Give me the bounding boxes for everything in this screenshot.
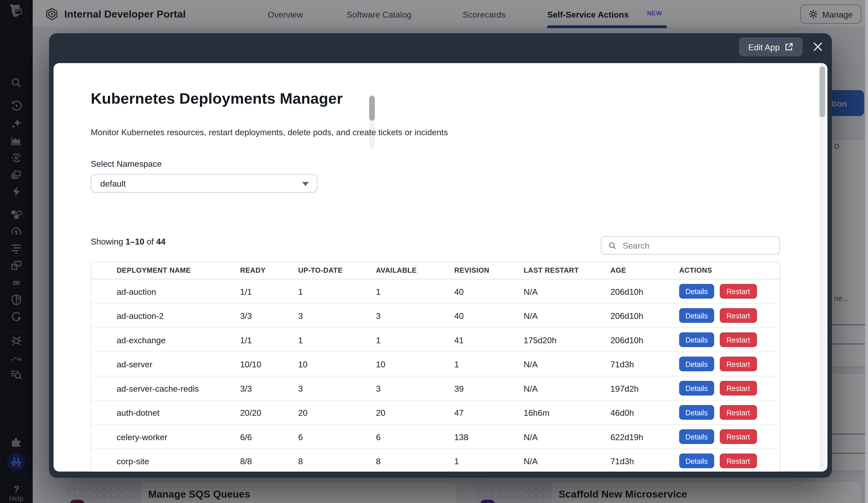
- namespace-value: default: [100, 179, 126, 188]
- cell-revision: 40: [454, 286, 524, 296]
- restart-button[interactable]: Restart: [720, 454, 757, 468]
- details-button[interactable]: Details: [679, 357, 714, 371]
- cell-deployment-name: ad-exchange: [117, 335, 240, 345]
- cell-revision: 40: [454, 311, 524, 321]
- cell-available: 1: [376, 286, 455, 296]
- cell-deployment-name: ad-auction: [117, 286, 240, 296]
- cell-age: 206d10h: [611, 286, 679, 296]
- cell-revision: 138: [454, 432, 524, 441]
- chevron-down-icon: [302, 182, 309, 186]
- cell-up-to-date: 6: [298, 432, 376, 441]
- cell-deployment-name: celery-worker: [117, 432, 240, 441]
- table-row: ad-auction-2 3/3 3 3 40 N/A 206d10h Deta…: [91, 304, 779, 328]
- cell-age: 206d10h: [611, 335, 679, 345]
- col-last-restart: LAST RESTART: [524, 266, 611, 274]
- cell-available: 3: [376, 383, 455, 393]
- cell-up-to-date: 1: [298, 335, 376, 345]
- cell-last-restart: N/A: [524, 432, 611, 441]
- restart-button[interactable]: Restart: [720, 429, 757, 444]
- cell-deployment-name: corp-site: [117, 456, 240, 466]
- cell-last-restart: N/A: [524, 456, 611, 466]
- cell-up-to-date: 10: [298, 359, 376, 369]
- cell-ready: 3/3: [240, 383, 298, 393]
- search-input[interactable]: [622, 240, 773, 251]
- col-up-to-date: UP-TO-DATE: [298, 266, 376, 274]
- details-button[interactable]: Details: [679, 454, 714, 468]
- cell-ready: 10/10: [240, 359, 298, 369]
- details-button[interactable]: Details: [679, 381, 714, 396]
- cell-ready: 6/6: [240, 432, 298, 441]
- cell-up-to-date: 3: [298, 311, 376, 321]
- close-button[interactable]: [811, 40, 825, 54]
- restart-button[interactable]: Restart: [720, 332, 757, 347]
- modal-subtitle: Monitor Kubernetes resources, restart de…: [91, 127, 448, 137]
- table-row: ad-server 10/10 10 10 1 N/A 71d3h Detail…: [91, 352, 779, 377]
- details-button[interactable]: Details: [679, 429, 714, 444]
- cell-actions: Details Restart: [679, 332, 779, 347]
- showing-total: 44: [156, 237, 165, 246]
- col-age: AGE: [611, 266, 679, 274]
- cell-revision: 1: [454, 359, 524, 369]
- cell-ready: 8/8: [240, 456, 298, 466]
- col-actions: ACTIONS: [679, 266, 779, 274]
- cell-actions: Details Restart: [679, 381, 779, 396]
- namespace-label: Select Namespace: [91, 159, 162, 169]
- page-scrollbar[interactable]: [865, 0, 868, 503]
- restart-button[interactable]: Restart: [720, 357, 757, 371]
- cell-ready: 1/1: [240, 286, 298, 296]
- cell-available: 1: [376, 335, 455, 345]
- table-row: ad-auction 1/1 1 1 40 N/A 206d10h Detail…: [91, 280, 779, 304]
- col-available: AVAILABLE: [376, 266, 455, 274]
- restart-button[interactable]: Restart: [720, 381, 757, 396]
- cell-deployment-name: ad-server: [117, 359, 240, 369]
- details-button[interactable]: Details: [679, 308, 714, 323]
- cell-ready: 1/1: [240, 335, 298, 345]
- col-deployment-name: DEPLOYMENT NAME: [117, 266, 240, 274]
- table-body: ad-auction 1/1 1 1 40 N/A 206d10h Detail…: [91, 280, 779, 472]
- modal-scrollbar-thumb[interactable]: [819, 66, 825, 117]
- table-row: celery-worker 6/6 6 6 138 N/A 622d19h De…: [91, 425, 779, 449]
- details-button[interactable]: Details: [679, 405, 714, 420]
- cell-available: 3: [376, 311, 455, 321]
- cell-age: 197d2h: [611, 383, 679, 393]
- inner-scrollbar-thumb[interactable]: [369, 96, 375, 120]
- restart-button[interactable]: Restart: [720, 308, 757, 323]
- search-box: [601, 236, 780, 255]
- table-row: auth-dotnet 20/20 20 20 47 16h6m 46d0h D…: [91, 401, 779, 425]
- details-button[interactable]: Details: [679, 284, 714, 298]
- cell-available: 20: [376, 408, 455, 417]
- cell-age: 206d10h: [611, 311, 679, 321]
- cell-available: 6: [376, 432, 455, 441]
- kubernetes-deployments-modal: Edit App Kubernetes Deployments Manager …: [49, 33, 832, 478]
- table-row: corp-site 8/8 8 8 1 N/A 71d3h Details Re…: [91, 449, 779, 472]
- cell-last-restart: N/A: [524, 359, 611, 369]
- cell-revision: 1: [454, 456, 524, 466]
- cell-age: 622d19h: [611, 432, 679, 441]
- edit-app-button[interactable]: Edit App: [739, 37, 803, 56]
- edit-app-label: Edit App: [748, 42, 780, 52]
- cell-up-to-date: 1: [298, 286, 376, 296]
- restart-button[interactable]: Restart: [720, 405, 757, 420]
- cell-last-restart: N/A: [524, 286, 611, 296]
- close-icon: [813, 42, 823, 52]
- search-icon: [608, 241, 617, 250]
- cell-last-restart: 175d20h: [524, 335, 611, 345]
- cell-revision: 47: [454, 408, 524, 417]
- cell-up-to-date: 20: [298, 408, 376, 417]
- namespace-select[interactable]: default: [91, 174, 318, 193]
- cell-last-restart: 16h6m: [524, 408, 611, 417]
- cell-up-to-date: 3: [298, 383, 376, 393]
- cell-ready: 20/20: [240, 408, 298, 417]
- table-header-row: DEPLOYMENT NAME READY UP-TO-DATE AVAILAB…: [91, 262, 779, 280]
- cell-deployment-name: ad-server-cache-redis: [117, 383, 240, 393]
- cell-last-restart: N/A: [524, 383, 611, 393]
- cell-actions: Details Restart: [679, 284, 779, 298]
- table-row: ad-exchange 1/1 1 1 41 175d20h 206d10h D…: [91, 328, 779, 352]
- restart-button[interactable]: Restart: [720, 284, 757, 298]
- col-ready: READY: [240, 266, 298, 274]
- showing-count: Showing 1–10 of 44: [91, 237, 166, 246]
- cell-actions: Details Restart: [679, 357, 779, 371]
- modal-title: Kubernetes Deployments Manager: [91, 90, 343, 108]
- details-button[interactable]: Details: [679, 332, 714, 347]
- showing-range: 1–10: [126, 237, 144, 246]
